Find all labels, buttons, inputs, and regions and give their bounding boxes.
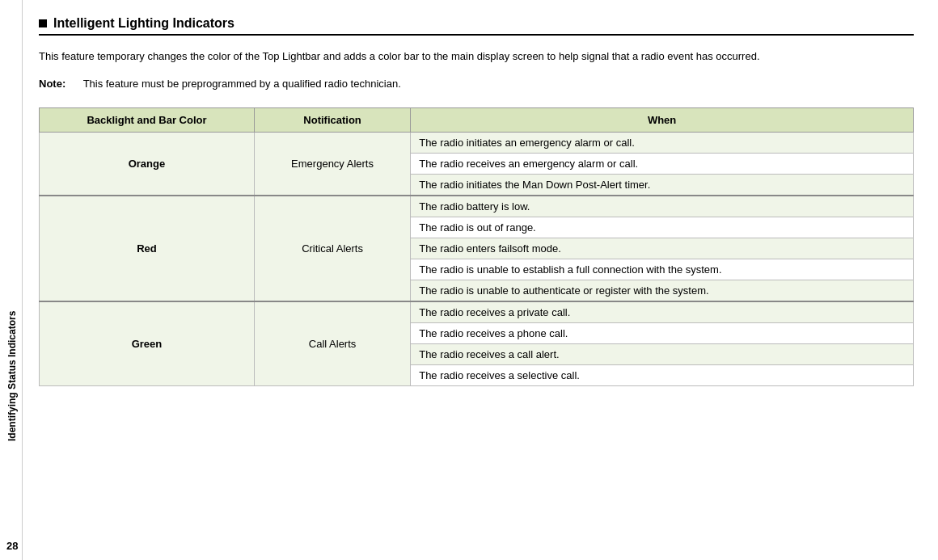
when-cell: The radio is unable to establish a full … [411,259,914,280]
note-label: Note: [39,78,65,90]
when-cell: The radio receives a selective call. [411,365,914,386]
note-line: Note: This feature must be preprogrammed… [39,76,914,92]
color-cell: Orange [40,133,255,196]
sidebar-label: Identifying Status Indicators [6,344,18,441]
description-text: This feature temporary changes the color… [39,48,914,65]
title-text: Intelligent Lighting Indicators [53,16,234,31]
table-row: OrangeEmergency AlertsThe radio initiate… [40,133,914,154]
table-row: GreenCall AlertsThe radio receives a pri… [40,301,914,323]
when-cell: The radio enters failsoft mode. [411,238,914,259]
col-header-when: When [411,108,914,133]
when-cell: The radio battery is low. [411,196,914,217]
col-header-notification: Notification [254,108,410,133]
indicators-table: Backlight and Bar Color Notification Whe… [39,107,914,386]
color-cell: Red [40,196,255,301]
notification-cell: Critical Alerts [254,196,410,301]
notification-cell: Call Alerts [254,301,410,386]
when-cell: The radio receives a private call. [411,301,914,323]
when-cell: The radio receives a call alert. [411,344,914,365]
table-row: RedCritical AlertsThe radio battery is l… [40,196,914,217]
when-cell: The radio is unable to authenticate or r… [411,280,914,302]
note-text: This feature must be preprogrammed by a … [83,78,401,90]
when-cell: The radio is out of range. [411,217,914,238]
color-cell: Green [40,301,255,386]
when-cell: The radio initiates the Man Down Post-Al… [411,175,914,196]
when-cell: The radio initiates an emergency alarm o… [411,133,914,154]
sidebar: Identifying Status Indicators 28 [0,0,23,560]
when-cell: The radio receives an emergency alarm or… [411,154,914,175]
when-cell: The radio receives a phone call. [411,323,914,344]
notification-cell: Emergency Alerts [254,133,410,196]
page-number: 28 [6,540,18,552]
title-square-icon [39,19,47,27]
page-title: Intelligent Lighting Indicators [39,16,914,36]
table-header-row: Backlight and Bar Color Notification Whe… [40,108,914,133]
col-header-color: Backlight and Bar Color [40,108,255,133]
main-content: Intelligent Lighting Indicators This fea… [23,0,938,560]
